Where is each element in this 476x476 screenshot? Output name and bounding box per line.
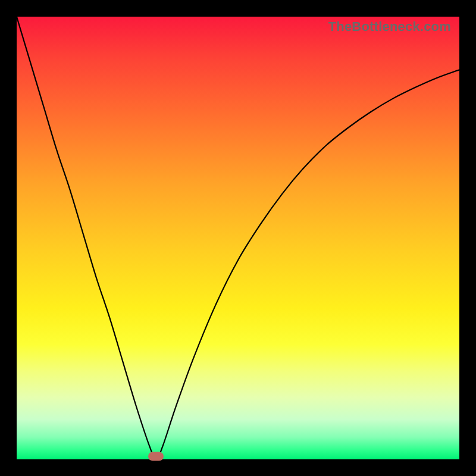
bottleneck-curve	[17, 17, 459, 459]
curve-svg	[17, 17, 459, 459]
chart-frame: TheBottleneck.com	[0, 0, 476, 476]
optimum-marker	[148, 452, 164, 461]
plot-area: TheBottleneck.com	[17, 17, 459, 459]
